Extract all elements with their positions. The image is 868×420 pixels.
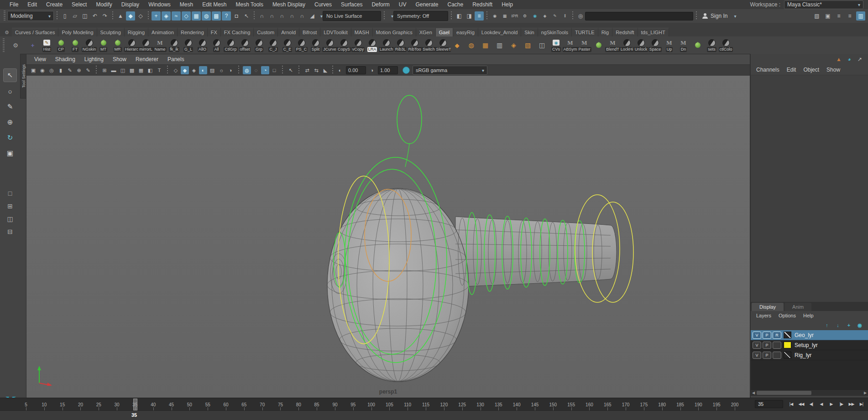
shelf-item[interactable]: Hist [40, 38, 54, 52]
shelf-tab-poly-modeling[interactable]: Poly Modeling [58, 28, 97, 36]
shelf-tab-mash[interactable]: MASH [351, 28, 373, 36]
mask-joints-icon[interactable]: ◈ [162, 11, 171, 21]
menu-item-windows[interactable]: Windows [144, 0, 175, 9]
image-plane-icon[interactable]: ✎ [66, 66, 74, 74]
timeline-playhead[interactable] [133, 399, 137, 410]
shelf-item[interactable]: Space [648, 38, 662, 52]
render-setup-icon[interactable]: ◉ [530, 11, 539, 21]
scene-3d[interactable] [26, 76, 751, 398]
gamma-field[interactable]: 1.00 [378, 66, 398, 74]
shelf-item[interactable]: CtlGrp [224, 38, 238, 52]
viewport-menu-shading[interactable]: Shading [51, 56, 79, 62]
safe-action-icon[interactable]: ◧ [146, 66, 154, 74]
shelf-item[interactable]: Dn [676, 38, 690, 52]
step-back-key-button[interactable]: ◀◀ [796, 399, 806, 409]
ocio-icon[interactable] [403, 67, 410, 74]
scroll-left-icon[interactable]: ◀ [751, 390, 756, 396]
wireframe-on-shaded-icon[interactable]: ◐ [199, 66, 207, 74]
object-history-icon[interactable]: ▲ [835, 56, 842, 63]
menu-item-file[interactable]: File [5, 0, 22, 9]
step-back-frame-button[interactable]: ◀| [806, 399, 816, 409]
rotate-tool[interactable]: ↻ [4, 131, 16, 144]
single-pane-layout[interactable]: □ [4, 188, 16, 199]
scroll-right-icon[interactable]: ▶ [863, 390, 868, 396]
highlight-selection-icon[interactable]: ↖ [242, 11, 251, 21]
menu-item-help[interactable]: Help [497, 0, 517, 9]
workspace-dropdown[interactable]: Maya Classic* ▾ [784, 0, 863, 9]
isolate-select-icon[interactable]: ↖ [287, 66, 295, 74]
channel-box-menu-channels[interactable]: Channels [753, 67, 783, 73]
shelf-item[interactable]: CP [54, 38, 68, 52]
shelf-tab-lookdev-arnold[interactable]: Lookdev_Arnold [478, 28, 522, 36]
shelf-item[interactable]: CVs [549, 38, 563, 52]
live-surface-field[interactable]: No Live Surface [323, 11, 381, 21]
shelf-item-poly-diamond[interactable] [450, 38, 464, 52]
shelf-tab-easyrig[interactable]: easyRig [453, 28, 478, 36]
undo-icon[interactable]: ↶ [90, 11, 99, 21]
go-to-end-button[interactable]: ▶| [857, 399, 866, 409]
go-to-start-button[interactable]: |◀ [786, 399, 796, 409]
shelf-tab-motion-graphics[interactable]: Motion Graphics [373, 28, 416, 36]
select-by-name-icon[interactable]: ◎ [576, 11, 585, 21]
shelf-tab-curves-surfaces[interactable]: Curves / Surfaces [12, 28, 58, 36]
lights-icon[interactable]: ☼ [217, 66, 225, 74]
layer-editor-tab-anim[interactable]: Anim [784, 303, 811, 311]
shelf-item[interactable]: ABSym [563, 38, 577, 52]
input-connections-icon[interactable]: ◧ [455, 11, 464, 21]
shelf-item[interactable]: LockHi [620, 38, 634, 52]
menu-item-generate[interactable]: Generate [411, 0, 442, 9]
attribute-editor-icon[interactable]: ≡ [845, 11, 854, 21]
menu-item-deform[interactable]: Deform [367, 0, 393, 9]
menu-item-surfaces[interactable]: Surfaces [337, 0, 366, 9]
shelf-tab-redshift[interactable]: Redshift [612, 28, 638, 36]
menu-item-edit-mesh[interactable]: Edit Mesh [198, 0, 230, 9]
snap-to-view-plane-icon[interactable]: ∩ [298, 11, 307, 21]
shelf-item[interactable]: Unlock [634, 38, 648, 52]
shelf-tab-gael[interactable]: Gael [436, 28, 453, 36]
render-flags-icon[interactable]: ◈ [540, 11, 549, 21]
viewport-menu-show[interactable]: Show [109, 56, 131, 62]
mask-rendering-icon[interactable]: ▩ [212, 11, 221, 21]
mask-handles-icon[interactable]: + [152, 11, 161, 21]
select-camera-icon[interactable]: ▣ [29, 66, 37, 74]
shelf-item[interactable]: Paster [577, 38, 591, 52]
shelf-tab-custom[interactable]: Custom [254, 28, 278, 36]
snap-to-projected-center-icon[interactable]: ∩ [288, 11, 297, 21]
viewport-menu-lighting[interactable]: Lighting [80, 56, 108, 62]
play-forward-button[interactable]: ▶ [826, 399, 836, 409]
channel-box-body[interactable] [751, 75, 868, 302]
redo-icon[interactable]: ↷ [100, 11, 110, 21]
exposure-toggle-icon[interactable]: ◐ [336, 66, 344, 74]
exposure-field[interactable]: 0.00 [346, 66, 366, 74]
channel-box-menu-show[interactable]: Show [823, 67, 844, 73]
menu-item-display[interactable]: Display [117, 0, 143, 9]
viewport-menu-panels[interactable]: Panels [163, 56, 188, 62]
layer-visibility-toggle[interactable]: V [753, 332, 761, 339]
create-empty-layer-icon[interactable]: + [845, 321, 852, 329]
layer-visibility-toggle[interactable]: V [753, 342, 761, 349]
shelf-gear-icon[interactable]: ⚙ [5, 42, 26, 49]
open-scene-icon[interactable]: ▱ [70, 11, 79, 21]
layer-color-swatch[interactable] [784, 342, 791, 348]
model-bulb[interactable] [327, 188, 469, 382]
lock-camera-icon[interactable]: ◉ [38, 66, 47, 74]
layer-scrollbar[interactable]: ◀ ▶ [751, 389, 868, 396]
shelf-tab-bifrost[interactable]: Bifrost [299, 28, 320, 36]
layer-visibility-toggle[interactable]: V [753, 352, 761, 359]
render-current-frame-icon[interactable]: ▦ [500, 11, 509, 21]
layer-editor-menu-options[interactable]: Options [775, 313, 800, 318]
channel-box-layer-editor-icon[interactable]: ≡ [834, 11, 843, 21]
paint-selection-tool[interactable]: ✎ [4, 100, 16, 113]
shelf-item-joint[interactable] [591, 38, 606, 52]
menu-item-curves[interactable]: Curves [310, 0, 336, 9]
shelf-item[interactable]: ctlColo [719, 38, 733, 52]
open-render-view-icon[interactable]: ◉ [490, 11, 499, 21]
select-by-object-icon[interactable]: ◆ [126, 11, 135, 21]
shelf-item[interactable]: vCopy [351, 38, 365, 52]
mask-deformations-icon[interactable]: ▦ [192, 11, 201, 21]
shelf-item[interactable]: MT [96, 38, 110, 52]
shelf-item[interactable]: LRA [365, 38, 379, 52]
shelf-item[interactable]: MR [110, 38, 125, 52]
two-d-pan-zoom-icon[interactable]: ⊕ [75, 66, 83, 74]
layer-reference-toggle[interactable]: R [773, 332, 781, 339]
